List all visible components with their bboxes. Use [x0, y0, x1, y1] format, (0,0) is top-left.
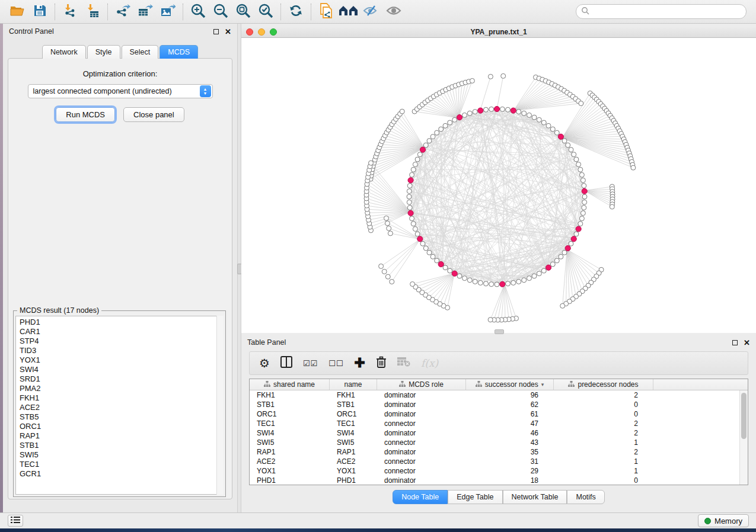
search-icon [581, 7, 589, 17]
show-columns-button[interactable] [280, 355, 292, 371]
zoom-fit-button[interactable] [232, 2, 254, 21]
save-session-button[interactable] [28, 2, 51, 21]
network-window-titlebar[interactable]: YPA_prune.txt_1 [241, 27, 756, 38]
open-file-button[interactable] [6, 2, 28, 21]
tab-edge-table[interactable]: Edge Table [448, 490, 502, 504]
table-row[interactable]: FKH1FKH1dominator962 [250, 390, 739, 400]
mcds-node-item[interactable]: SWI4 [20, 365, 223, 374]
mcds-node-item[interactable]: YOX1 [20, 355, 223, 365]
close-table-panel-icon[interactable]: ✕ [744, 340, 750, 345]
mcds-node-item[interactable]: FKH1 [20, 393, 223, 403]
mcds-node-item[interactable]: TEC1 [20, 460, 223, 469]
table-scrollbar[interactable] [739, 390, 748, 485]
memory-button[interactable]: Memory [698, 514, 749, 527]
export-network-button[interactable] [111, 2, 134, 21]
horizontal-splitter-handle[interactable] [495, 329, 504, 334]
float-table-panel-icon[interactable] [732, 340, 738, 345]
cell-shared: ORC1 [250, 410, 330, 418]
zoom-out-button[interactable] [209, 2, 232, 21]
table-row[interactable]: YOX1YOX1connector291 [250, 466, 739, 476]
table-row[interactable]: TEC1TEC1connector472 [250, 419, 739, 428]
export-image-button[interactable] [157, 2, 179, 21]
mcds-list-scrollbar[interactable] [216, 316, 224, 495]
mcds-node-item[interactable]: SRD1 [20, 374, 223, 384]
tab-style[interactable]: Style [87, 45, 120, 59]
column-header-successor-nodes[interactable]: successor nodes▾ [466, 379, 554, 390]
cell-name: SWI4 [330, 429, 377, 437]
toolbar-separator [183, 4, 183, 20]
mcds-node-item[interactable]: PHD1 [20, 318, 223, 327]
zoom-in-button[interactable] [187, 2, 209, 21]
mcds-node-item[interactable]: STP4 [20, 336, 223, 346]
clone-network-button[interactable] [315, 2, 337, 21]
column-header-name[interactable]: name [330, 379, 377, 390]
table-scrollbar-thumb[interactable] [741, 393, 747, 439]
hide-selected-button[interactable] [360, 2, 382, 21]
cell-shared: PHD1 [250, 476, 330, 485]
open-folder-icon [9, 4, 25, 20]
table-row[interactable]: ORC1ORC1dominator610 [250, 409, 739, 419]
table-row[interactable]: STB1STB1dominator620 [250, 400, 739, 409]
tab-node-table[interactable]: Node Table [393, 490, 448, 504]
table-row[interactable]: RAP1RAP1dominator352 [250, 447, 739, 457]
column-header-predecessor-nodes[interactable]: predecessor nodes [554, 379, 653, 390]
zoom-selected-button[interactable] [254, 2, 277, 21]
mcds-node-item[interactable]: ACE2 [20, 403, 223, 412]
import-table-button[interactable] [81, 2, 104, 21]
tab-motifs[interactable]: Motifs [567, 490, 604, 504]
refresh-view-button[interactable] [285, 2, 307, 21]
node-table: shared namenameMCDS rolesuccessor nodes▾… [249, 379, 748, 485]
mcds-result-list[interactable]: PHD1CAR1STP4TID3YOX1SWI4SRD1PMA2FKH1ACE2… [15, 316, 224, 495]
table-row[interactable]: SWI5SWI5connector431 [250, 438, 739, 447]
table-row[interactable]: ACE2ACE2connector311 [250, 457, 739, 466]
tab-select[interactable]: Select [122, 45, 159, 59]
mcds-node-item[interactable]: SWI5 [20, 450, 223, 460]
cell-shared: ACE2 [250, 457, 330, 466]
mcds-node-item[interactable]: STB5 [20, 412, 223, 422]
select-all-columns-button[interactable]: ☑☑ [303, 355, 318, 371]
criterion-dropdown[interactable]: largest connected component (undirected)… [28, 84, 213, 98]
cell-role: dominator [377, 429, 466, 437]
add-column-button[interactable]: ✚ [355, 355, 365, 371]
table-row[interactable]: SWI4SWI4dominator462 [250, 428, 739, 438]
mcds-node-item[interactable]: PMA2 [20, 384, 223, 393]
panel-splitter[interactable] [237, 24, 241, 512]
first-neighbors-button[interactable] [337, 2, 360, 21]
float-window-icon[interactable] [213, 29, 219, 34]
run-mcds-button[interactable]: Run MCDS [56, 107, 115, 122]
mcds-node-item[interactable]: STB1 [20, 441, 223, 450]
mcds-node-item[interactable]: CAR1 [20, 327, 223, 336]
cell-pred: 2 [554, 419, 653, 428]
show-panels-button[interactable] [8, 515, 23, 527]
table-panel-title: Table Panel [247, 338, 732, 347]
close-panel-icon[interactable]: ✕ [225, 29, 231, 34]
network-view-canvas[interactable] [241, 38, 756, 333]
tab-network[interactable]: Network [42, 45, 86, 59]
function-builder-button[interactable]: f(x) [421, 355, 438, 371]
mcds-node-item[interactable]: ORC1 [20, 422, 223, 431]
delete-table-button[interactable] [397, 355, 410, 371]
search-field[interactable] [576, 4, 747, 19]
mcds-node-item[interactable]: GCR1 [20, 469, 223, 479]
column-header-MCDS-role[interactable]: MCDS role [377, 379, 466, 390]
tab-network-table[interactable]: Network Table [503, 490, 567, 504]
minimize-window-icon[interactable] [258, 28, 265, 36]
search-input[interactable] [589, 8, 741, 16]
import-network-button[interactable] [59, 2, 81, 21]
toolbar-separator [311, 4, 311, 20]
cell-role: dominator [377, 391, 466, 399]
cell-pred: 2 [554, 448, 653, 456]
settings-gear-button[interactable]: ⚙ [259, 355, 270, 371]
close-window-icon[interactable] [246, 28, 253, 36]
column-header-shared-name[interactable]: shared name [250, 379, 330, 390]
close-panel-button[interactable]: Close panel [123, 107, 184, 122]
tab-mcds[interactable]: MCDS [160, 45, 198, 59]
maximize-window-icon[interactable] [270, 28, 277, 36]
delete-column-button[interactable] [376, 355, 387, 371]
mcds-node-item[interactable]: RAP1 [20, 431, 223, 441]
deselect-all-columns-button[interactable]: ☐☐ [328, 355, 343, 371]
export-table-button[interactable] [134, 2, 157, 21]
mcds-node-item[interactable]: TID3 [20, 346, 223, 355]
show-all-button[interactable] [382, 2, 405, 21]
table-row[interactable]: PHD1PHD1dominator180 [250, 476, 739, 485]
